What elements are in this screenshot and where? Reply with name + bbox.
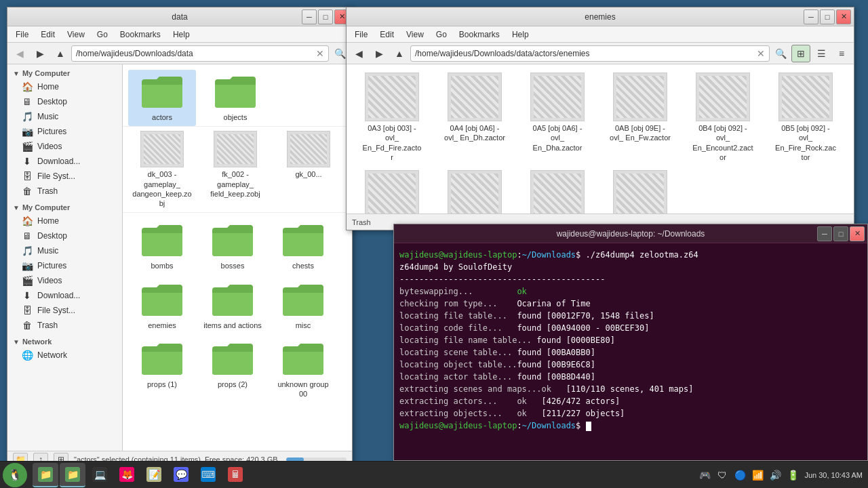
enemies-back-btn[interactable]: ◀ xyxy=(349,45,368,62)
enemies-minimize-btn[interactable]: ─ xyxy=(804,9,818,24)
terminal-titlebar[interactable]: wajideus@wajideus-laptop: ~/Downloads ─ … xyxy=(394,224,867,243)
data-maximize-btn[interactable]: □ xyxy=(318,9,333,24)
taskbar-app-terminal[interactable]: 💻 xyxy=(87,463,113,487)
data-menu-view[interactable]: View xyxy=(62,28,90,41)
file-0a5[interactable]: 0A5 [obj 0A6] - ovl_ En_Dha.zactor xyxy=(517,70,597,165)
data-minimize-btn[interactable]: ─ xyxy=(302,9,317,24)
sidebar-item-videos2[interactable]: 🎬 Videos xyxy=(7,273,122,288)
sidebar-item-network[interactable]: 🌐 Network xyxy=(7,348,122,363)
enemies-menu-go[interactable]: Go xyxy=(431,28,452,41)
enemies-up-btn[interactable]: ▲ xyxy=(390,45,409,62)
data-address-clear[interactable]: ✕ xyxy=(316,48,324,59)
data-sidebar-mycomputer1-header[interactable]: ▼ My Computer xyxy=(7,67,122,79)
data-sidebar-network-header[interactable]: ▼ Network xyxy=(7,336,122,348)
file-0c7[interactable]: 0C7 [obj 039] - ovl_ En_Karebaba... xyxy=(600,167,680,214)
enemies-menu-view[interactable]: View xyxy=(401,28,429,41)
terminal-close-btn[interactable]: ✕ xyxy=(850,226,865,241)
data-menu-help[interactable]: Help xyxy=(167,28,195,41)
sidebar-item-filesystem2[interactable]: 🗄 File Syst... xyxy=(7,303,122,318)
enemies-search-btn[interactable]: 🔍 xyxy=(771,45,790,62)
terminal-body[interactable]: wajideus@wajideus-laptop:~/Downloads$ ./… xyxy=(394,243,867,460)
taskbar-start-btn[interactable]: 🐧 xyxy=(3,463,27,487)
file-actors[interactable]: actors xyxy=(128,70,196,126)
data-address-bar[interactable]: /home/wajideus/Downloads/data ✕ xyxy=(71,45,329,62)
enemies-view-list-btn[interactable]: ☰ xyxy=(812,45,831,62)
file-enemies[interactable]: enemies xyxy=(128,278,196,334)
sidebar-item-downloads2[interactable]: ⬇ Download... xyxy=(7,288,122,303)
network-tray-icon[interactable]: 📶 xyxy=(751,469,764,481)
enemies-address-clear[interactable]: ✕ xyxy=(757,48,765,59)
data-menu-bookmarks[interactable]: Bookmarks xyxy=(115,28,166,41)
data-menu-file[interactable]: File xyxy=(10,28,34,41)
bluetooth-tray-icon[interactable]: 🔵 xyxy=(734,469,746,481)
enemies-menu-help[interactable]: Help xyxy=(507,28,534,41)
file-bosses[interactable]: bosses xyxy=(199,218,267,274)
enemies-close-btn[interactable]: ✕ xyxy=(836,9,851,24)
file-0ab[interactable]: 0AB [obj 09E] - ovl_ En_Fw.zactor xyxy=(600,70,680,165)
security-tray-icon[interactable]: 🛡 xyxy=(716,469,728,481)
taskbar-app-files[interactable]: 📁 xyxy=(33,463,58,487)
file-0a4[interactable]: 0A4 [obj 0A6] - ovl_ En_Dh.zactor xyxy=(435,70,515,165)
data-titlebar[interactable]: data ─ □ ✕ xyxy=(7,7,352,26)
sidebar-item-desktop2[interactable]: 🖥 Desktop xyxy=(7,228,122,243)
taskbar-app-browser[interactable]: 🦊 xyxy=(114,463,140,487)
sidebar-item-downloads[interactable]: ⬇ Download... xyxy=(7,154,122,169)
taskbar-app-files2[interactable]: 📁 xyxy=(60,463,85,487)
enemies-titlebar[interactable]: enemies ─ □ ✕ xyxy=(347,7,854,26)
enemies-maximize-btn[interactable]: □ xyxy=(820,9,835,24)
enemies-view-details-btn[interactable]: ≡ xyxy=(832,45,851,62)
file-0a3[interactable]: 0A3 [obj 003] - ovl_ En_Fd_Fire.zactor xyxy=(352,70,432,165)
taskbar-app-vscode[interactable]: ⌨ xyxy=(195,463,221,487)
file-unknown-group00[interactable]: unknown group 00 xyxy=(269,337,337,403)
sidebar-item-pictures[interactable]: 📷 Pictures xyxy=(7,124,122,139)
taskbar-app-discord[interactable]: 💬 xyxy=(168,463,194,487)
enemies-menu-edit[interactable]: Edit xyxy=(374,28,399,41)
file-0b4[interactable]: 0B4 [obj 092] - ovl_ En_Encount2.zactor xyxy=(683,70,763,165)
enemies-file-grid: 0A3 [obj 003] - ovl_ En_Fd_Fire.zactor 0… xyxy=(347,64,854,214)
sidebar-item-home2[interactable]: 🏠 Home xyxy=(7,214,122,228)
data-sidebar-mycomputer2-header[interactable]: ▼ My Computer xyxy=(7,201,122,214)
file-fk002[interactable]: fk_002 - gameplay_ field_keep.zobj xyxy=(201,127,269,212)
sidebar-item-home[interactable]: 🏠 Home xyxy=(7,79,122,94)
file-gk00[interactable]: gk_00... xyxy=(275,127,342,212)
enemies-menu-file[interactable]: File xyxy=(349,28,373,41)
file-misc[interactable]: misc xyxy=(269,278,337,334)
file-0c5[interactable]: 0C5 [obj 0B5] - ovl_ En_Sb.zactor xyxy=(435,167,515,214)
file-dk003[interactable]: dk_003 - gameplay_ dangeon_keep.zobj xyxy=(128,127,196,212)
sidebar-item-pictures2[interactable]: 📷 Pictures xyxy=(7,258,122,273)
data-up-btn[interactable]: ▲ xyxy=(51,45,70,62)
terminal-minimize-btn[interactable]: ─ xyxy=(817,226,832,241)
file-chests[interactable]: chests xyxy=(269,218,337,274)
data-forward-btn[interactable]: ▶ xyxy=(31,45,50,62)
file-props1[interactable]: props (1) xyxy=(128,337,196,403)
file-0c6[interactable]: 0C6 [obj 15F] - ovl_ En_Bigokuta.zactor xyxy=(517,167,597,214)
file-0b6[interactable]: 0B6 [obj 0AC] - ovl_ En_Brob.zactor xyxy=(352,167,432,214)
data-menu-edit[interactable]: Edit xyxy=(35,28,60,41)
volume-tray-icon[interactable]: 🔊 xyxy=(769,469,781,481)
sidebar-item-filesystem[interactable]: 🗄 File Syst... xyxy=(7,169,122,184)
sidebar-item-desktop[interactable]: 🖥 Desktop xyxy=(7,94,122,109)
discord-tray-icon[interactable]: 🎮 xyxy=(698,469,711,481)
file-bombs[interactable]: bombs xyxy=(128,218,196,274)
sidebar-item-videos[interactable]: 🎬 Videos xyxy=(7,139,122,154)
enemies-menu-bookmarks[interactable]: Bookmarks xyxy=(454,28,505,41)
file-objects[interactable]: objects xyxy=(201,70,269,126)
data-sidebar-arrow3: ▼ xyxy=(13,338,20,346)
enemies-address-bar[interactable]: /home/wajideus/Downloads/data/actors/ene… xyxy=(410,45,770,62)
file-0b5[interactable]: 0B5 [obj 092] - ovl_ En_Fire_Rock.zactor xyxy=(766,70,846,165)
terminal-maximize-btn[interactable]: □ xyxy=(833,226,848,241)
enemies-view-grid-btn[interactable]: ⊞ xyxy=(791,45,810,62)
data-back-btn[interactable]: ◀ xyxy=(10,45,29,62)
file-items-actions[interactable]: items and actions xyxy=(199,278,267,334)
taskbar-app-notes[interactable]: 📝 xyxy=(141,463,167,487)
sidebar-item-music[interactable]: 🎵 Music xyxy=(7,109,122,124)
sidebar-item-music2[interactable]: 🎵 Music xyxy=(7,243,122,258)
battery-tray-icon[interactable]: 🔋 xyxy=(787,469,799,481)
sidebar-item-trash1[interactable]: 🗑 Trash xyxy=(7,184,122,199)
taskbar-app-calc[interactable]: 🖩 xyxy=(222,463,248,487)
file-props2[interactable]: props (2) xyxy=(199,337,267,403)
sidebar-item-trash2[interactable]: 🗑 Trash xyxy=(7,318,122,333)
data-menu-go[interactable]: Go xyxy=(92,28,113,41)
sidebar-videos-label: Videos xyxy=(37,142,62,151)
enemies-forward-btn[interactable]: ▶ xyxy=(370,45,389,62)
